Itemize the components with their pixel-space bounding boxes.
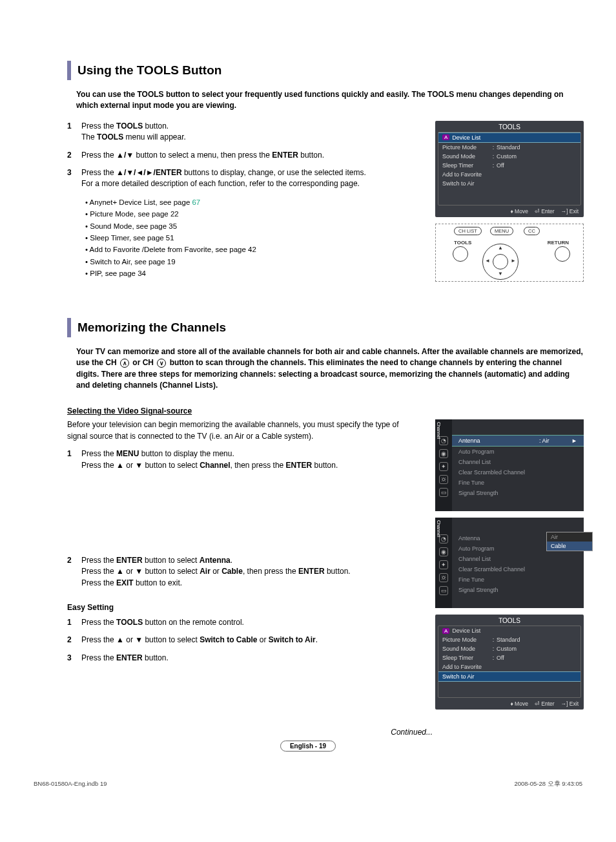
osd-row: Sound Mode:Custom: [438, 644, 580, 653]
channel-icon: ✦: [439, 462, 448, 471]
osd-row: Auto Program: [452, 447, 584, 457]
step-item: 3 Press the ENTER button.: [67, 653, 420, 664]
osd-row: Clear Scrambled Channel: [452, 564, 584, 574]
anynet-badge-icon: A: [442, 134, 449, 140]
osd-row: Sound Mode:Custom: [438, 152, 580, 161]
remote-return-label: RETURN: [548, 240, 569, 246]
sound-icon: ◉: [439, 547, 448, 556]
section-title: Memorizing the Channels: [77, 318, 226, 337]
ch-up-icon: ∧: [120, 359, 129, 368]
osd-sidebar-label: Channel: [436, 422, 441, 439]
step-number: 1: [67, 121, 81, 143]
channel-icon: ✦: [439, 560, 448, 569]
step-item: 1 Press the TOOLS button on the remote c…: [67, 617, 420, 628]
step-number: 3: [67, 167, 81, 190]
remote-cc-button: CC: [524, 227, 540, 235]
footer-timestamp: 2008-05-28 오후 9:43:05: [514, 780, 582, 788]
osd-row-selected: ADevice List: [438, 132, 580, 143]
step-body: Press the ▲/▼ button to select a menu, t…: [81, 150, 420, 161]
step-body: Press the TOOLS button on the remote con…: [81, 617, 420, 628]
sound-icon: ◉: [439, 449, 448, 458]
osd-footer: ♦ Move ⏎ Enter →] Exit: [435, 698, 584, 710]
continued-label: Continued...: [32, 728, 433, 737]
subsection-title: Selecting the Video Signal-source: [67, 406, 584, 416]
section-intro: Your TV can memorize and store all of th…: [76, 346, 584, 392]
step-item: 1 Press the MENU button to display the m…: [67, 448, 420, 471]
step-item: 3 Press the ▲/▼/◄/►/ENTER buttons to dis…: [67, 167, 420, 190]
osd-row-selected: Switch to Air: [438, 671, 580, 682]
tools-osd-panel: TOOLS ADevice List Picture Mode:Standard…: [435, 121, 584, 217]
osd-row: Clear Scrambled Channel: [452, 467, 584, 478]
channel-osd-panel: Channel ◔ ◉ ✦ ⛭ ▭ Antenna: Air► Auto Pro…: [435, 419, 584, 511]
enter-button-icon: [493, 254, 508, 269]
osd-row: Switch to Air: [438, 179, 580, 188]
step-body: Press the ▲ or ▼ button to select Switch…: [81, 635, 420, 646]
step-body: Press the MENU button to display the men…: [81, 448, 420, 471]
enter-hint: ⏎ Enter: [535, 700, 555, 707]
step-number: 2: [67, 150, 81, 161]
remote-menu-button: MENU: [490, 227, 513, 235]
osd-row: Picture Mode:Standard: [438, 635, 580, 644]
exit-hint: →] Exit: [561, 208, 579, 215]
setup-icon: ⛭: [439, 573, 448, 582]
osd-row: Picture Mode:Standard: [438, 143, 580, 152]
step-number: 2: [67, 635, 81, 646]
exit-hint: →] Exit: [561, 700, 579, 707]
remote-tools-label: TOOLS: [454, 240, 471, 246]
osd-title: TOOLS: [435, 121, 584, 132]
step-item: 1 Press the TOOLS button.The TOOLS menu …: [67, 121, 420, 143]
return-button-icon: [555, 246, 570, 262]
setup-icon: ⛭: [439, 475, 448, 484]
osd-row: Signal Strength: [452, 488, 584, 498]
step-body: Press the ▲/▼/◄/►/ENTER buttons to displ…: [81, 167, 420, 190]
osd-row: ADevice List: [438, 626, 580, 635]
anynet-badge-icon: A: [442, 628, 449, 634]
channel-osd-panel-dropdown: Channel ◔ ◉ ✦ ⛭ ▭ Antenna Auto Program C…: [435, 518, 584, 608]
osd-sidebar: Channel ◔ ◉ ✦ ⛭ ▭: [435, 419, 452, 511]
osd-row: Fine Tune: [452, 478, 584, 488]
remote-chlist-button: CH LIST: [454, 227, 482, 235]
step-item: 2 Press the ENTER button to select Anten…: [67, 555, 420, 589]
step-body: Press the ENTER button to select Antenna…: [81, 555, 420, 589]
easy-setting-title: Easy Setting: [67, 603, 420, 612]
antenna-dropdown: Air Cable: [546, 532, 593, 551]
input-icon: ▭: [439, 586, 448, 595]
section-intro: You can use the TOOLS button to select y…: [76, 89, 584, 112]
body-paragraph: Before your television can begin memoriz…: [67, 419, 420, 442]
osd-sidebar: Channel ◔ ◉ ✦ ⛭ ▭: [435, 518, 452, 608]
remote-diagram: CH LIST MENU CC TOOLS RETURN ▲ ▼ ◄ ►: [435, 224, 584, 282]
section-accent-bar: [67, 61, 71, 80]
page-number-badge: English - 19: [280, 741, 336, 752]
page-footer: BN68-01580A-Eng.indb 19 2008-05-28 오후 9:…: [32, 780, 584, 788]
osd-row: Channel List: [452, 457, 584, 467]
enter-hint: ⏎ Enter: [535, 208, 555, 215]
dropdown-option-selected: Cable: [547, 542, 592, 551]
dropdown-option: Air: [547, 532, 592, 542]
osd-row: Add to Favorite: [438, 170, 580, 179]
section-header: Using the TOOLS Button: [67, 61, 584, 80]
step-body: Press the TOOLS button.The TOOLS menu wi…: [81, 121, 420, 143]
step-number: 1: [67, 448, 81, 471]
move-hint: ♦ Move: [510, 700, 528, 707]
step-item: 2 Press the ▲/▼ button to select a menu,…: [67, 150, 420, 161]
section-header: Memorizing the Channels: [67, 318, 584, 337]
step-number: 3: [67, 653, 81, 664]
tools-osd-panel: TOOLS ADevice List Picture Mode:Standard…: [435, 615, 584, 710]
osd-sidebar-label: Channel: [436, 520, 441, 537]
osd-row: Sleep Timer:Off: [438, 653, 580, 662]
section-accent-bar: [67, 318, 71, 337]
osd-row: Channel List: [452, 554, 584, 564]
ch-down-icon: ∨: [157, 359, 166, 368]
document-page: Using the TOOLS Button You can use the T…: [0, 0, 616, 814]
step-body: Press the ENTER button.: [81, 653, 420, 664]
step-number: 1: [67, 617, 81, 628]
move-hint: ♦ Move: [510, 208, 528, 215]
footer-filename: BN68-01580A-Eng.indb 19: [34, 780, 107, 788]
instruction-column: 1 Press the TOOLS button.The TOOLS menu …: [67, 121, 420, 288]
osd-footer: ♦ Move ⏎ Enter →] Exit: [435, 205, 584, 217]
step-number: 2: [67, 555, 81, 589]
osd-row: Signal Strength: [452, 585, 584, 595]
osd-title: TOOLS: [435, 615, 584, 626]
tools-button-icon: [453, 246, 468, 262]
figure-column: TOOLS ADevice List Picture Mode:Standard…: [435, 121, 584, 288]
